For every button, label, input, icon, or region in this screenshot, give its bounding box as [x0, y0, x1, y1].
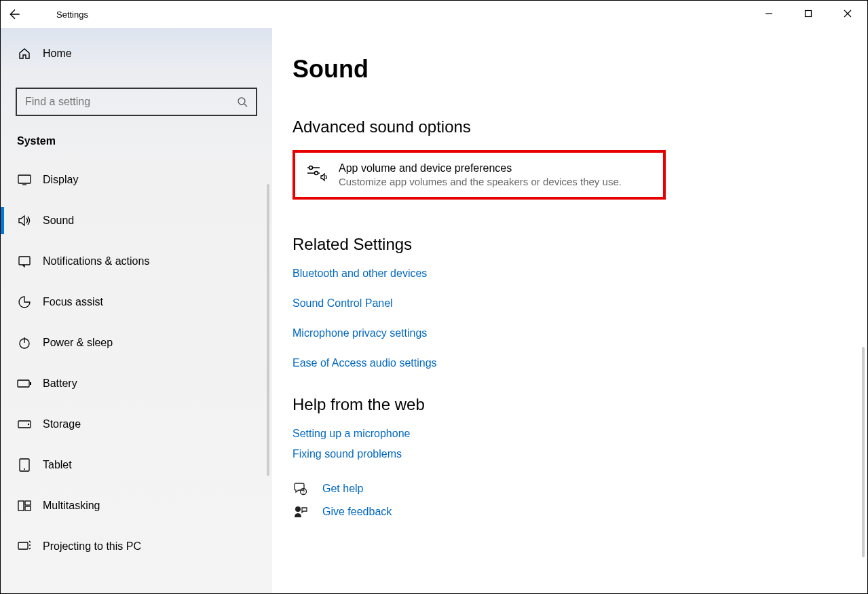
svg-rect-9: [18, 380, 29, 387]
back-button[interactable]: [1, 1, 29, 28]
sidebar-item-focus-assist[interactable]: Focus assist: [1, 282, 272, 322]
storage-icon: [17, 417, 32, 432]
svg-line-3: [244, 104, 247, 107]
svg-rect-15: [18, 501, 24, 511]
sidebar-scrollbar[interactable]: [267, 184, 269, 476]
sidebar-item-label: Sound: [43, 215, 74, 227]
advanced-sound-heading: Advanced sound options: [293, 117, 847, 136]
home-icon: [17, 46, 32, 61]
sidebar-item-sound[interactable]: Sound: [1, 200, 272, 241]
sound-icon: [17, 213, 32, 228]
sidebar-item-label: Projecting to this PC: [43, 540, 141, 553]
help-heading: Help from the web: [293, 395, 847, 414]
search-icon: [237, 96, 248, 107]
sidebar: Home System Display Sound Notifications …: [1, 28, 272, 594]
svg-rect-10: [30, 382, 31, 385]
close-icon: [844, 10, 852, 18]
power-icon: [17, 335, 32, 350]
app-volume-preferences[interactable]: App volume and device preferences Custom…: [293, 150, 666, 200]
get-help-link[interactable]: Get help: [322, 483, 363, 495]
sliders-icon: [306, 164, 328, 185]
minimize-icon: [765, 10, 773, 18]
focus-assist-icon: [17, 295, 32, 310]
sidebar-item-tablet[interactable]: Tablet: [1, 445, 272, 485]
category-heading: System: [1, 123, 272, 160]
tablet-icon: [17, 458, 32, 472]
svg-rect-16: [25, 501, 31, 505]
svg-text:?: ?: [302, 489, 305, 494]
sidebar-item-notifications[interactable]: Notifications & actions: [1, 241, 272, 282]
svg-point-25: [295, 506, 301, 512]
sidebar-item-battery[interactable]: Battery: [1, 363, 272, 404]
title-bar: Settings: [1, 1, 867, 28]
close-button[interactable]: [828, 1, 867, 26]
sidebar-item-label: Display: [43, 174, 78, 186]
sidebar-item-display[interactable]: Display: [1, 160, 272, 200]
home-nav[interactable]: Home: [1, 33, 272, 74]
sidebar-item-label: Power & sleep: [43, 337, 113, 349]
sidebar-item-label: Storage: [43, 418, 81, 430]
window-title: Settings: [56, 10, 88, 20]
search-box[interactable]: [16, 88, 257, 116]
svg-point-22: [315, 172, 318, 175]
minimize-button[interactable]: [749, 1, 789, 26]
sidebar-item-power[interactable]: Power & sleep: [1, 322, 272, 363]
svg-rect-1: [806, 11, 812, 17]
svg-point-2: [238, 98, 245, 105]
svg-point-12: [28, 424, 29, 425]
notifications-icon: [17, 254, 32, 269]
link-ease-of-access-audio[interactable]: Ease of Access audio settings: [293, 357, 847, 369]
sidebar-item-label: Focus assist: [43, 296, 103, 308]
back-arrow-icon: [9, 8, 21, 20]
sidebar-item-storage[interactable]: Storage: [1, 404, 272, 445]
related-settings-heading: Related Settings: [293, 235, 847, 254]
battery-icon: [17, 376, 32, 391]
multitasking-icon: [17, 498, 32, 513]
svg-rect-6: [19, 257, 30, 265]
window-controls: [749, 1, 867, 26]
get-help-icon: ?: [293, 482, 309, 496]
app-volume-title: App volume and device preferences: [339, 162, 622, 174]
main-content: Sound Advanced sound options App volume …: [272, 28, 867, 594]
svg-rect-4: [18, 175, 31, 183]
help-link-sound-problems[interactable]: Fixing sound problems: [293, 448, 847, 460]
sidebar-item-multitasking[interactable]: Multitasking: [1, 485, 272, 526]
maximize-button[interactable]: [789, 1, 828, 26]
svg-rect-17: [25, 506, 31, 511]
sidebar-item-projecting[interactable]: Projecting to this PC: [1, 526, 272, 567]
svg-rect-18: [18, 542, 28, 549]
maximize-icon: [804, 10, 812, 18]
sidebar-item-label: Multitasking: [43, 500, 100, 512]
app-volume-subtitle: Customize app volumes and the speakers o…: [339, 176, 622, 187]
link-sound-control-panel[interactable]: Sound Control Panel: [293, 297, 847, 310]
home-label: Home: [43, 48, 72, 60]
sidebar-item-label: Notifications & actions: [43, 255, 149, 267]
search-input[interactable]: [25, 96, 237, 108]
give-feedback-link[interactable]: Give feedback: [322, 506, 392, 518]
main-scrollbar[interactable]: [862, 347, 865, 557]
sidebar-item-label: Tablet: [43, 459, 72, 471]
feedback-icon: [293, 505, 309, 519]
svg-point-20: [309, 166, 313, 170]
link-microphone-privacy[interactable]: Microphone privacy settings: [293, 327, 847, 339]
page-title: Sound: [293, 55, 847, 83]
svg-point-14: [24, 468, 25, 470]
help-link-microphone[interactable]: Setting up a microphone: [293, 428, 847, 440]
sidebar-item-label: Battery: [43, 377, 77, 390]
display-icon: [17, 172, 32, 187]
projecting-icon: [17, 539, 32, 554]
link-bluetooth[interactable]: Bluetooth and other devices: [293, 267, 847, 280]
